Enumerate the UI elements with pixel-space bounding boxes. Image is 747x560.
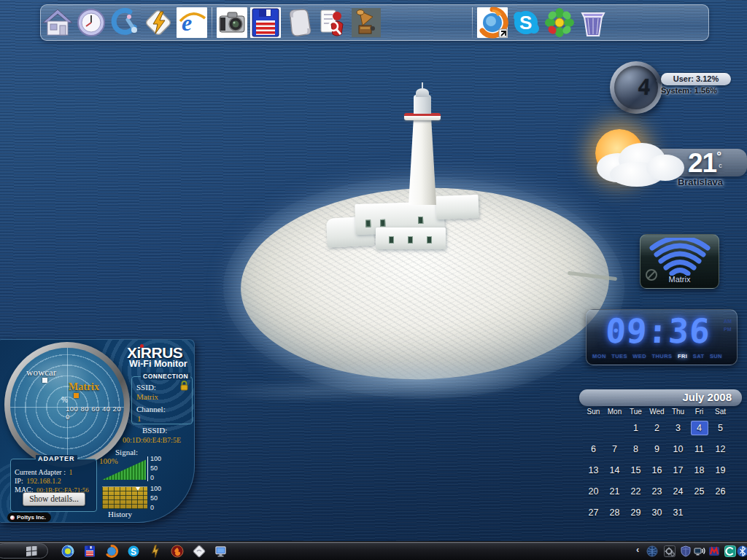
dock-separator — [472, 7, 473, 38]
winamp-icon[interactable] — [142, 7, 174, 39]
recycle-bin-icon[interactable] — [577, 7, 609, 39]
icq-icon[interactable] — [543, 7, 576, 39]
camera-icon[interactable] — [216, 7, 248, 39]
calendar-day[interactable]: 7 — [604, 444, 625, 454]
calendar-day[interactable]: 30 — [646, 508, 667, 518]
calendar-day[interactable]: 22 — [625, 486, 646, 497]
calendar-day[interactable]: 28 — [604, 508, 625, 518]
calendar-day[interactable]: 15 — [625, 465, 646, 475]
channel-label: Channel: — [136, 405, 166, 413]
show-details-button[interactable]: Show details... — [23, 492, 85, 506]
skype-icon[interactable]: S — [127, 545, 140, 558]
skype-icon[interactable]: S — [510, 7, 542, 39]
winamp-gold-icon[interactable] — [149, 545, 162, 558]
scale-0: 0 — [150, 504, 161, 511]
calendar-day[interactable]: 27 — [583, 508, 604, 518]
calendar-day[interactable]: 5 — [710, 423, 731, 433]
calendar-day[interactable]: 20 — [583, 486, 604, 497]
nero-burning-icon[interactable] — [171, 545, 184, 558]
floppy-backup-icon[interactable] — [83, 545, 96, 558]
wifi-widget[interactable]: Matrix — [640, 234, 719, 289]
calendar-day[interactable]: 19 — [710, 465, 731, 475]
calendar-grid: 1 2 3 4 5 6 7 8 9 10 11 12 13 14 15 16 1… — [583, 417, 731, 523]
signal-meter-scale: 100 50 0 — [150, 455, 161, 481]
day-sat: SAT — [693, 353, 705, 359]
teal-app-icon[interactable] — [724, 545, 736, 557]
calendar-day[interactable]: 16 — [646, 465, 667, 475]
clock-widget[interactable]: 09:36 AM PM MON TUES WED THURS FRI SAT S… — [586, 309, 738, 365]
bluetooth-icon[interactable] — [737, 545, 747, 557]
poltys-logo: Poltys Inc. — [7, 513, 51, 522]
floppy-backup-icon[interactable] — [249, 7, 282, 39]
script-scroll-icon[interactable] — [283, 7, 315, 39]
calendar-day[interactable]: 14 — [604, 465, 625, 475]
building-window — [389, 236, 394, 244]
calendar-day[interactable]: 2 — [646, 423, 667, 433]
search-agent-icon[interactable] — [317, 7, 349, 39]
degree-symbol: ° — [716, 150, 722, 163]
calendar-day[interactable]: 13 — [583, 465, 604, 475]
radar-face: wowcar Matrix % 100 80 60 40 20 0 — [10, 348, 124, 462]
cpu-gauge-face — [614, 66, 658, 109]
svg-text:S: S — [131, 547, 136, 557]
calendar-day[interactable]: 25 — [689, 486, 710, 497]
weekday-tue: Tue — [625, 408, 646, 416]
xirrus-logo-dot — [140, 344, 144, 348]
media-player-icon[interactable] — [61, 545, 74, 558]
radar-network-matrix[interactable]: Matrix — [69, 381, 99, 393]
calendar-day[interactable]: 24 — [667, 486, 689, 497]
download-manager-icon[interactable] — [708, 545, 720, 557]
tray-collapse-chevron[interactable]: ‹ — [636, 544, 639, 555]
calendar-day[interactable]: 21 — [604, 486, 625, 497]
script-icon[interactable] — [193, 545, 206, 558]
calendar-day[interactable]: 31 — [667, 508, 689, 518]
calendar-day[interactable]: 29 — [625, 508, 646, 518]
clock-day-row: MON TUES WED THURS FRI SAT SUN — [592, 353, 722, 359]
adapter-title: ADAPTER — [36, 455, 77, 462]
calendar-day[interactable]: 10 — [667, 444, 689, 454]
calendar-day[interactable]: 23 — [646, 486, 667, 497]
lighthouse-tower — [409, 119, 436, 205]
building-window — [380, 219, 385, 227]
calendar-day[interactable]: 6 — [583, 444, 604, 454]
clock-icon[interactable] — [75, 7, 107, 39]
cpu-system-label: System: 1.56% — [661, 86, 734, 95]
cpu-meter-widget[interactable]: 4 — [610, 61, 662, 114]
home-icon[interactable] — [42, 7, 74, 39]
calendar-day[interactable]: 12 — [710, 444, 731, 454]
bssid-value: 00:1D:60:E4:B7:5E — [123, 436, 181, 444]
am-label: AM — [724, 319, 732, 324]
system-gear-icon[interactable] — [664, 545, 676, 557]
current-adapter-value: 1 — [69, 468, 72, 476]
top-dock: e S — [40, 4, 709, 41]
calendar-day[interactable]: 9 — [646, 444, 667, 454]
security-shield-icon[interactable] — [680, 545, 692, 557]
radar-network-wowcar[interactable]: wowcar — [26, 367, 56, 378]
paint-tool-icon[interactable] — [109, 7, 141, 39]
calendar-day[interactable]: 8 — [625, 444, 646, 454]
firefox-icon[interactable] — [105, 545, 118, 558]
internet-explorer-icon[interactable]: e — [176, 7, 208, 39]
cpu-tooltip-arrow — [656, 77, 661, 85]
show-desktop-icon[interactable] — [214, 545, 228, 558]
calendar-day[interactable]: 11 — [689, 444, 710, 454]
calendar-day[interactable]: 3 — [667, 423, 689, 433]
connection-title: CONNECTION — [141, 373, 190, 380]
calendar-day-selected[interactable]: 4 — [691, 421, 708, 435]
day-mon: MON — [592, 353, 606, 359]
firefox-icon[interactable] — [476, 7, 508, 39]
gramophone-icon[interactable] — [350, 7, 382, 39]
day-sun: SUN — [710, 353, 722, 359]
calendar-day[interactable]: 17 — [667, 465, 689, 475]
calendar-day[interactable]: 18 — [689, 465, 710, 475]
xirrus-subtitle: Wi-Fi Monitor — [129, 359, 187, 369]
calendar-day[interactable]: 1 — [625, 423, 646, 433]
wireless-monitor-icon[interactable] — [694, 545, 705, 557]
signal-history-chart — [102, 486, 147, 509]
wifi-signal-icon — [646, 238, 714, 276]
xirrus-wifi-monitor[interactable]: wowcar Matrix % 100 80 60 40 20 0 XiRRUS… — [0, 339, 195, 523]
network-globe-icon[interactable] — [646, 545, 658, 557]
start-button[interactable] — [0, 543, 48, 559]
calendar-title[interactable]: July 2008 — [579, 389, 742, 406]
calendar-day[interactable]: 26 — [710, 486, 731, 497]
